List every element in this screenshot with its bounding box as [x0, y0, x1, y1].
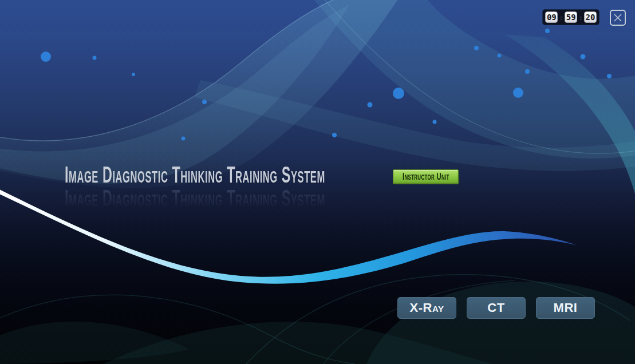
app-title-reflection: Image Diagnostic Thinking Training Syste… [65, 187, 522, 210]
ct-button[interactable]: CT [467, 297, 526, 319]
clock-hours: 09 [545, 11, 558, 23]
xray-button[interactable]: X-Ray [397, 297, 456, 319]
ct-button-label: CT [487, 300, 504, 315]
instructor-unit-badge: Instructor Unit [393, 169, 459, 184]
app-title-reflection-text: Image Diagnostic Thinking Training Syste… [65, 187, 325, 210]
clock-seconds: 20 [584, 11, 597, 23]
splash-screen: 09 : 59 : 20 Image Diagnostic Thinking T… [0, 0, 635, 364]
close-button[interactable] [610, 10, 626, 26]
instructor-unit-badge-text: Instructor Unit [403, 171, 449, 183]
clock-separator: : [558, 14, 564, 21]
clock-separator: : [578, 14, 583, 21]
modality-buttons: X-Ray CT MRI [397, 297, 595, 319]
mri-button[interactable]: MRI [536, 297, 595, 319]
close-icon [613, 13, 623, 23]
clock: 09 : 59 : 20 [543, 10, 599, 25]
teal-waves-lower [0, 275, 635, 364]
clock-minutes: 59 [565, 11, 577, 23]
app-title-text: Image Diagnostic Thinking Training Syste… [65, 163, 325, 187]
mri-button-label: MRI [554, 300, 578, 315]
xray-button-label: X-Ray [410, 300, 444, 315]
